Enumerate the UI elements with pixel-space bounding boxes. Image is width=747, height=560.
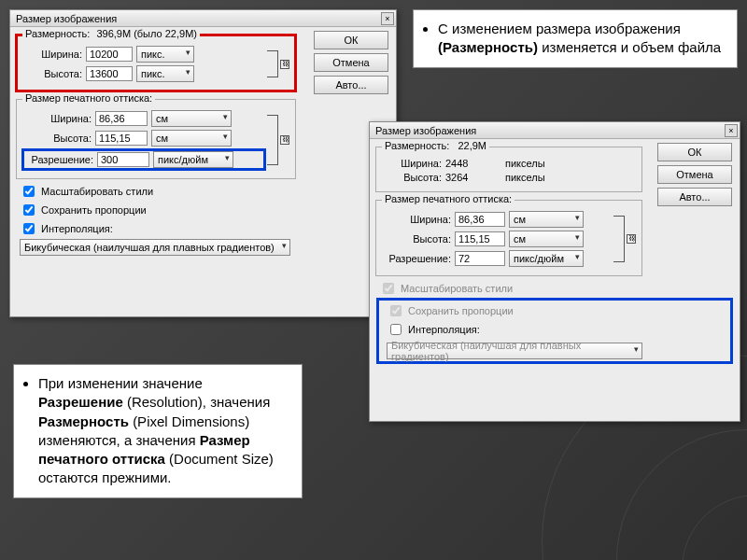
image-size-dialog-2: Размер изображения × ОК Отмена Авто... Р… <box>369 121 740 422</box>
height-label: Высота: <box>382 233 451 245</box>
button-column: ОК Отмена Авто... <box>657 143 732 206</box>
pixel-dimensions-group: Размерность: 396,9М (было 22,9М) Ширина:… <box>16 35 296 91</box>
interpolation-checkbox[interactable]: Интерполяция: <box>387 321 723 338</box>
unit-label: пикселы <box>505 158 545 169</box>
width-label: Ширина: <box>22 49 82 60</box>
note-bold: Размерность <box>38 413 129 429</box>
resolution-label: Разрешение: <box>382 253 451 264</box>
keep-proportions-checkbox: Сохранить пропорции <box>387 302 723 319</box>
titlebar: Размер изображения × <box>10 10 396 27</box>
chain-link-icon[interactable]: ⛓ <box>280 135 289 145</box>
height-label: Высота: <box>22 68 82 79</box>
interpolation-checkbox[interactable]: Интерполяция: <box>20 220 387 237</box>
height-label: Высота: <box>382 172 442 183</box>
close-icon[interactable]: × <box>381 12 394 25</box>
ok-button[interactable]: ОК <box>314 31 388 49</box>
unit-select[interactable]: см <box>151 110 232 127</box>
height-label: Высота: <box>22 133 92 144</box>
note-top-right: С изменением размера изображения (Размер… <box>413 9 738 68</box>
scale-styles-checkbox[interactable]: Масштабировать стили <box>20 183 387 200</box>
group-legend: Размер печатного оттиска: <box>382 193 514 204</box>
unit-select[interactable]: см <box>151 130 232 147</box>
close-icon[interactable]: × <box>725 124 738 137</box>
note-text: изменяется и объем файла <box>542 39 721 55</box>
ok-button[interactable]: ОК <box>657 143 732 161</box>
link-bracket-icon <box>267 50 278 77</box>
note-bold: (Размерность) <box>438 39 538 55</box>
unit-select[interactable]: пикс/дюйм <box>509 250 584 267</box>
note-text: При изменении значение <box>38 375 203 391</box>
print-height-input[interactable] <box>95 131 148 146</box>
dialog-title: Размер изображения <box>375 125 476 136</box>
cancel-button[interactable]: Отмена <box>657 165 732 184</box>
keep-proportions-checkbox[interactable]: Сохранить пропорции <box>20 202 387 218</box>
resolution-input[interactable] <box>97 152 149 167</box>
height-value: 3264 <box>445 172 483 183</box>
resolution-input[interactable] <box>455 251 505 266</box>
link-bracket-icon <box>613 216 625 262</box>
note-bottom-left: При изменении значение Разрешение (Resol… <box>13 364 303 498</box>
print-size-group: Размер печатного оттиска: Ширина: см Выс… <box>16 99 296 179</box>
link-bracket-icon <box>267 115 278 165</box>
unit-select[interactable]: пикс. <box>136 46 194 63</box>
width-label: Ширина: <box>382 214 451 225</box>
interpolation-select[interactable]: Бикубическая (наилучшая для плавных град… <box>20 239 290 256</box>
print-height-input[interactable] <box>455 231 505 246</box>
auto-button[interactable]: Авто... <box>657 188 732 206</box>
note-text: С изменением размера изображения <box>438 21 681 36</box>
dialog-title: Размер изображения <box>16 13 117 24</box>
unit-select[interactable]: пикс/дюйм <box>153 151 233 168</box>
unit-label: пикселы <box>505 172 545 183</box>
cancel-button[interactable]: Отмена <box>314 53 388 72</box>
print-size-group: Размер печатного оттиска: Ширина: см Выс… <box>375 200 642 276</box>
width-input[interactable] <box>86 47 133 62</box>
height-input[interactable] <box>86 66 133 81</box>
auto-button[interactable]: Авто... <box>314 76 388 94</box>
width-value: 2448 <box>445 158 483 169</box>
chain-link-icon[interactable]: ⛓ <box>280 60 289 69</box>
group-legend: Размерность: 22,9М <box>382 140 489 151</box>
print-width-input[interactable] <box>455 212 505 227</box>
chain-link-icon[interactable]: ⛓ <box>627 234 636 244</box>
button-column: ОК Отмена Авто... <box>314 31 388 94</box>
unit-select[interactable]: см <box>509 231 584 247</box>
image-size-dialog-1: Размер изображения × ОК Отмена Авто... Р… <box>9 9 397 317</box>
interpolation-select: Бикубическая (наилучшая для плавных град… <box>387 343 642 359</box>
unit-select[interactable]: пикс. <box>136 65 194 82</box>
unit-select[interactable]: см <box>509 211 584 228</box>
note-bold: Разрешение <box>38 394 123 410</box>
width-label: Ширина: <box>22 113 92 124</box>
titlebar: Размер изображения × <box>370 122 740 139</box>
width-label: Ширина: <box>382 158 442 169</box>
print-width-input[interactable] <box>95 111 148 126</box>
scale-styles-checkbox: Масштабировать стили <box>379 280 730 297</box>
pixel-dimensions-group: Размерность: 22,9М Ширина: 2448 пикселы … <box>375 147 642 192</box>
resolution-label: Разрешение: <box>24 154 93 165</box>
group-legend: Размер печатного оттиска: <box>22 92 155 104</box>
group-legend: Размерность: 396,9М (было 22,9М) <box>22 28 200 39</box>
note-text: (Resolution), значения <box>127 394 270 410</box>
